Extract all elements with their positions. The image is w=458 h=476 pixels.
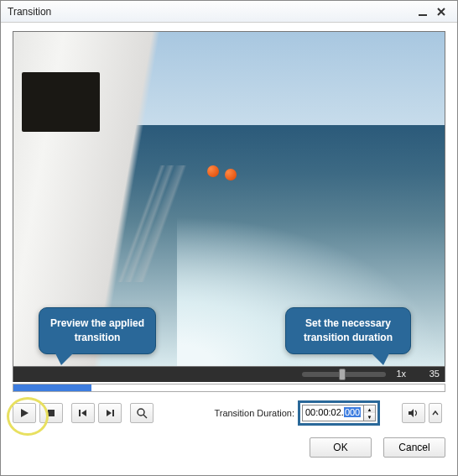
ok-button[interactable]: OK (310, 437, 372, 458)
next-frame-button[interactable] (98, 403, 122, 423)
play-icon (19, 408, 29, 418)
video-preview: Preview the applied transition Set the n… (13, 31, 445, 367)
callout-duration: Set the necessary transition duration (285, 307, 411, 354)
progress-bar[interactable] (13, 384, 445, 392)
title-bar: Transition (1, 1, 457, 23)
stop-button[interactable] (39, 403, 63, 423)
volume-expand-button[interactable] (429, 403, 442, 423)
playback-bar[interactable]: 1x 35 (13, 367, 445, 382)
window-title: Transition (8, 6, 414, 18)
svg-line-5 (143, 415, 147, 418)
svg-rect-0 (419, 14, 427, 16)
skip-end-icon (105, 408, 115, 418)
progress-fill (13, 384, 91, 391)
duration-spinner[interactable]: ▲ ▼ (364, 405, 376, 421)
prev-frame-button[interactable] (71, 403, 95, 423)
stop-icon (47, 409, 55, 417)
duration-field-highlight: 00:00:02.000 ▲ ▼ (298, 400, 380, 426)
svg-point-4 (138, 409, 144, 416)
skip-start-icon (78, 408, 88, 418)
minimize-button[interactable] (414, 4, 432, 19)
duration-label: Transition Duration: (214, 408, 294, 418)
svg-rect-2 (79, 410, 81, 416)
speaker-icon (408, 408, 419, 418)
svg-rect-3 (112, 410, 114, 416)
volume-button[interactable] (402, 403, 425, 423)
speed-label: 1x (396, 369, 406, 379)
chevron-up-icon (432, 410, 439, 416)
magnifier-icon (136, 407, 148, 419)
close-button[interactable] (432, 4, 450, 19)
spin-up-button[interactable]: ▲ (364, 405, 375, 413)
speed-slider-knob[interactable] (339, 369, 346, 380)
zoom-button[interactable] (130, 403, 154, 423)
callout-preview: Preview the applied transition (39, 307, 156, 354)
svg-rect-1 (48, 410, 55, 416)
play-button[interactable] (13, 403, 36, 423)
duration-input[interactable]: 00:00:02.000 (302, 405, 364, 421)
timestamp-suffix: 35 (429, 369, 440, 379)
cancel-button[interactable]: Cancel (383, 437, 445, 458)
spin-down-button[interactable]: ▼ (364, 413, 375, 421)
